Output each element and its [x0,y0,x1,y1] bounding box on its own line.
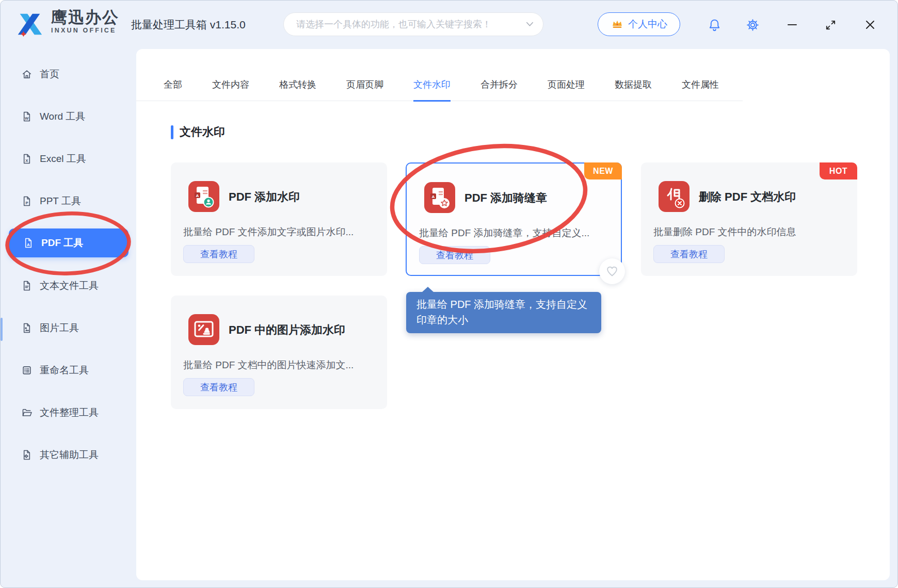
svg-text:A: A [432,194,435,199]
tab-header-footer[interactable]: 页眉页脚 [346,78,383,102]
tab-file-content[interactable]: 文件内容 [212,78,249,102]
sidebar-item-home[interactable]: 首页 [1,60,136,89]
pdf-image-watermark-icon [188,314,219,345]
sidebar-item-label: Excel 工具 [40,152,86,166]
remove-watermark-icon [659,181,689,212]
chevron-down-icon [526,22,534,27]
card-title: PDF 中的图片添加水印 [229,322,345,338]
sidebar-item-label: 图片工具 [40,321,79,335]
sidebar-item-ppt-tools[interactable]: P PPT 工具 [1,187,136,216]
app-window: 鹰迅办公 INXUN OFFICE 批量处理工具箱 v1.15.0 个人中心 [0,0,898,588]
tab-data-extract[interactable]: 数据提取 [615,78,652,102]
sidebar: 首页 W Word 工具 X Excel 工具 P PPT 工具 A PDF 工… [1,49,136,587]
pdf-add-watermark-icon: A [188,181,219,212]
card-tooltip: 批量给 PDF 添加骑缝章，支持自定义 印章的大小 [406,292,601,333]
tab-all[interactable]: 全部 [164,78,182,102]
new-badge: NEW [584,162,622,179]
sidebar-item-pdf-tools[interactable]: A PDF 工具 [9,228,129,257]
section-accent-bar [171,125,173,139]
excel-file-icon: X [21,153,33,165]
card-pdf-add-paging-seal[interactable]: A PDF 添加骑缝章 批量给 PDF 添加骑缝章，支持自定义... 查看教程 … [406,162,622,276]
sidebar-item-label: 其它辅助工具 [40,448,99,462]
header: 鹰迅办公 INXUN OFFICE 批量处理工具箱 v1.15.0 个人中心 [1,1,897,49]
sidebar-item-label: 首页 [40,68,59,81]
app-logo-icon [15,9,45,39]
svg-text:A: A [27,242,30,247]
close-icon [864,19,876,31]
app-title: 批量处理工具箱 v1.15.0 [131,18,246,32]
gear-icon [746,18,760,32]
minimize-button[interactable] [783,16,801,34]
tooltip-text-line1: 批量给 PDF 添加骑缝章，支持自定义 [416,297,591,312]
svg-text:A: A [196,193,199,198]
heart-icon [606,266,618,277]
card-remove-pdf-watermark[interactable]: 删除 PDF 文档水印 批量删除 PDF 文件中的水印信息 查看教程 HOT [641,162,857,276]
sidebar-item-label: Word 工具 [40,110,85,123]
tab-merge-split[interactable]: 合并拆分 [480,78,518,102]
card-title: 删除 PDF 文档水印 [699,189,796,205]
view-tutorial-button[interactable]: 查看教程 [653,245,725,263]
tooltip-text-line2: 印章的大小 [416,312,591,328]
brand-name-en: INXUN OFFICE [51,26,134,35]
pdf-file-icon: A [23,237,34,249]
tab-page-process[interactable]: 页面处理 [548,78,585,102]
crown-icon [611,18,624,30]
sidebar-item-label: 文本文件工具 [40,279,99,292]
sidebar-item-label: 重命名工具 [40,364,89,377]
sidebar-item-excel-tools[interactable]: X Excel 工具 [1,144,136,173]
brand: 鹰迅办公 INXUN OFFICE [51,9,134,35]
card-pdf-image-add-watermark[interactable]: PDF 中的图片添加水印 批量给 PDF 文档中的图片快速添加文... 查看教程 [171,296,387,409]
card-title: PDF 添加骑缝章 [464,190,547,206]
category-tabs: 全部 文件内容 格式转换 页眉页脚 文件水印 合并拆分 页面处理 数据提取 文件… [136,49,743,101]
sidebar-scrollbar[interactable] [1,318,3,341]
sidebar-item-image-tools[interactable]: 图片工具 [1,314,136,342]
personal-center-label: 个人中心 [628,18,667,31]
personal-center-button[interactable]: 个人中心 [598,12,680,36]
card-description: 批量删除 PDF 文件中的水印信息 [653,225,848,239]
svg-text:W: W [25,116,29,121]
tab-format-convert[interactable]: 格式转换 [279,78,316,102]
sidebar-item-word-tools[interactable]: W Word 工具 [1,102,136,131]
card-description: 批量给 PDF 添加骑缝章，支持自定义... [419,226,614,240]
sidebar-item-label: PDF 工具 [41,236,83,250]
minimize-icon [786,19,798,31]
maximize-icon [825,19,837,31]
settings-button[interactable] [744,16,761,34]
svg-text:P: P [25,201,28,205]
sidebar-item-rename-tools[interactable]: 重命名工具 [1,356,136,385]
card-description: 批量给 PDF 文档中的图片快速添加文... [183,358,378,372]
rename-list-icon [21,365,33,376]
sidebar-item-file-organize-tools[interactable]: 文件整理工具 [1,398,136,427]
pdf-paging-seal-icon: A [424,182,455,213]
text-file-icon [21,280,33,291]
tab-file-properties[interactable]: 文件属性 [682,78,719,102]
sidebar-item-label: PPT 工具 [40,194,81,208]
view-tutorial-button[interactable]: 查看教程 [183,245,254,263]
hot-badge: HOT [820,162,857,179]
card-title: PDF 添加水印 [229,189,300,205]
close-button[interactable] [861,16,879,34]
function-search-box[interactable] [283,12,543,36]
sidebar-item-label: 文件整理工具 [40,406,99,419]
brand-name-cn: 鹰迅办公 [51,9,134,26]
ppt-file-icon: P [21,195,33,207]
card-pdf-add-watermark[interactable]: A PDF 添加水印 批量给 PDF 文件添加文字或图片水印... 查看教程 [171,162,387,276]
view-tutorial-button[interactable]: 查看教程 [419,246,490,264]
misc-tools-icon [21,449,33,461]
section-title: 文件水印 [180,124,225,140]
word-file-icon: W [21,111,33,122]
card-description: 批量给 PDF 文件添加文字或图片水印... [183,225,378,239]
image-file-icon [21,322,33,334]
home-icon [21,69,33,80]
bell-icon [708,18,721,32]
favorite-button[interactable] [599,258,625,284]
sidebar-item-text-file-tools[interactable]: 文本文件工具 [1,271,136,300]
svg-text:X: X [25,158,28,163]
view-tutorial-button[interactable]: 查看教程 [183,378,254,396]
notifications-button[interactable] [705,16,723,34]
sidebar-item-misc-tools[interactable]: 其它辅助工具 [1,440,136,469]
maximize-button[interactable] [822,16,839,34]
section-header: 文件水印 [171,124,225,140]
search-input[interactable] [295,19,522,30]
tab-file-watermark[interactable]: 文件水印 [413,78,451,102]
